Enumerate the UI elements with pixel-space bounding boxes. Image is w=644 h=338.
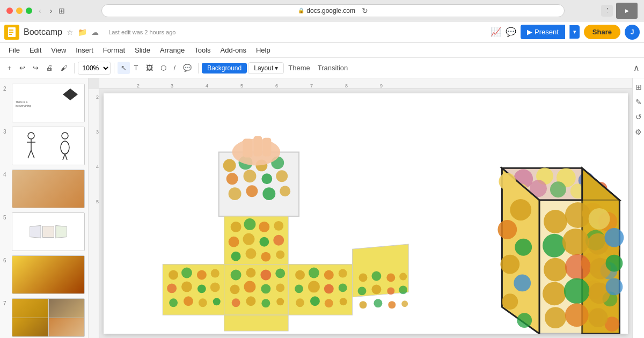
svg-point-36 [243, 233, 255, 245]
transition-label: Transition [318, 64, 348, 72]
svg-rect-3 [9, 34, 12, 35]
slide-canvas: ↗ [104, 93, 628, 334]
svg-point-70 [295, 270, 305, 280]
svg-point-110 [515, 239, 532, 256]
menu-format[interactable]: Format [99, 44, 129, 56]
slide-thumb-3[interactable]: 3 [2, 126, 86, 166]
svg-point-50 [197, 284, 206, 293]
present-button[interactable]: ▶ Present [521, 25, 565, 39]
right-icon-2[interactable]: ✎ [635, 98, 642, 106]
slide-thumb-4[interactable]: 4 [2, 168, 86, 209]
svg-point-21 [276, 170, 288, 182]
menu-addons[interactable]: Add-ons [216, 44, 251, 56]
svg-point-22 [229, 187, 241, 200]
svg-point-24 [262, 187, 275, 200]
slide-thumb-2[interactable]: 2 There is ain everything [2, 83, 86, 123]
ruler-mark-3: 3 [171, 83, 173, 89]
right-icon-1[interactable]: ⊞ [635, 83, 642, 91]
slide-thumb-6[interactable]: 6 [2, 254, 86, 295]
menu-arrange[interactable]: Arrange [156, 44, 189, 56]
svg-point-131 [562, 229, 589, 255]
transition-button[interactable]: Transition [314, 62, 352, 74]
layout-button[interactable]: Layout ▾ [248, 62, 284, 74]
text-box-tool[interactable]: T [131, 62, 142, 74]
back-button[interactable]: ‹ [36, 5, 43, 16]
svg-point-94 [401, 300, 408, 307]
slide-preview-3 [12, 127, 85, 165]
svg-point-88 [371, 284, 381, 294]
window-button[interactable]: ⊞ [58, 6, 65, 15]
svg-point-91 [360, 301, 367, 308]
refresh-button[interactable]: ↻ [362, 6, 368, 15]
svg-point-53 [184, 296, 193, 306]
menu-insert[interactable]: Insert [71, 44, 98, 56]
slide-preview-4 [12, 170, 85, 208]
address-bar[interactable]: 🔒 docs.google.com ↻ [101, 4, 565, 17]
svg-point-62 [244, 281, 256, 292]
present-dropdown-button[interactable]: ▾ [569, 25, 580, 39]
svg-point-89 [387, 287, 394, 295]
svg-point-23 [246, 185, 258, 197]
slide-num-4: 4 [3, 170, 10, 178]
svg-point-41 [261, 252, 270, 262]
theme-button[interactable]: Theme [285, 62, 313, 74]
menu-edit[interactable]: Edit [25, 44, 46, 56]
cursor-tool[interactable]: ↖ [118, 62, 130, 74]
maximize-button[interactable] [26, 8, 32, 14]
folder-icon[interactable]: 📁 [78, 28, 87, 36]
svg-point-139 [564, 278, 590, 304]
close-button[interactable] [6, 8, 13, 14]
svg-point-81 [340, 298, 347, 305]
menu-help[interactable]: Help [252, 44, 275, 56]
forward-button[interactable]: › [48, 5, 55, 16]
trend-button[interactable]: 📈 [491, 27, 501, 37]
undo-button[interactable]: ↩ [16, 62, 28, 74]
svg-point-143 [565, 303, 589, 327]
add-button[interactable]: + [4, 62, 15, 74]
svg-point-141 [606, 278, 623, 295]
svg-point-31 [231, 222, 241, 232]
svg-point-127 [544, 210, 567, 233]
redo-button[interactable]: ↪ [30, 62, 42, 74]
print-button[interactable]: 🖨 [43, 62, 56, 74]
svg-point-92 [374, 299, 382, 307]
appbar: Bootcamp ☆ 📁 ☁ Last edit was 2 hours ago… [0, 21, 644, 43]
shape-tool[interactable]: ⬡ [157, 62, 170, 74]
right-icon-3[interactable]: ↺ [635, 113, 642, 121]
menu-tools[interactable]: Tools [190, 44, 215, 56]
menu-slide[interactable]: Slide [130, 44, 155, 56]
figure-icon [25, 131, 38, 161]
minimize-button[interactable] [16, 8, 23, 14]
slide-thumb-7[interactable]: 7 [2, 297, 86, 338]
menu-view[interactable]: View [47, 44, 70, 56]
menu-file[interactable]: File [4, 44, 24, 56]
svg-point-38 [273, 235, 284, 246]
share-button[interactable]: Share [584, 25, 620, 39]
background-button[interactable]: Background [202, 63, 247, 74]
paint-format-button[interactable]: 🖌 [57, 62, 71, 74]
right-icon-4[interactable]: ⚙ [635, 128, 642, 136]
svg-point-111 [500, 255, 519, 274]
titlebar: ‹ › ⊞ 🔒 docs.google.com ↻ ⋮ ▶ [0, 0, 644, 21]
svg-point-67 [261, 299, 270, 307]
image-tool[interactable]: 🖼 [143, 62, 156, 74]
comment-button[interactable]: 💬 [506, 27, 516, 37]
svg-point-74 [295, 284, 303, 293]
svg-point-142 [545, 307, 566, 328]
comment-tool[interactable]: 💬 [180, 62, 195, 74]
svg-point-32 [244, 218, 256, 230]
divider-2 [114, 63, 114, 74]
layout-chevron-icon: ▾ [275, 64, 278, 72]
ruler-mark-9: 9 [380, 83, 383, 89]
svg-rect-1 [9, 30, 13, 31]
star-icon[interactable]: ☆ [67, 28, 74, 36]
slide-thumb-5[interactable]: 5 [2, 211, 86, 252]
slide-preview-6 [12, 255, 85, 294]
divider-3 [198, 63, 199, 74]
present-icon: ▶ [527, 28, 532, 36]
line-tool[interactable]: / [171, 62, 179, 74]
svg-point-63 [261, 284, 270, 293]
toolbar-collapse-button[interactable]: ∧ [633, 63, 640, 73]
zoom-select[interactable]: 100% [78, 62, 111, 75]
svg-point-130 [543, 234, 566, 258]
